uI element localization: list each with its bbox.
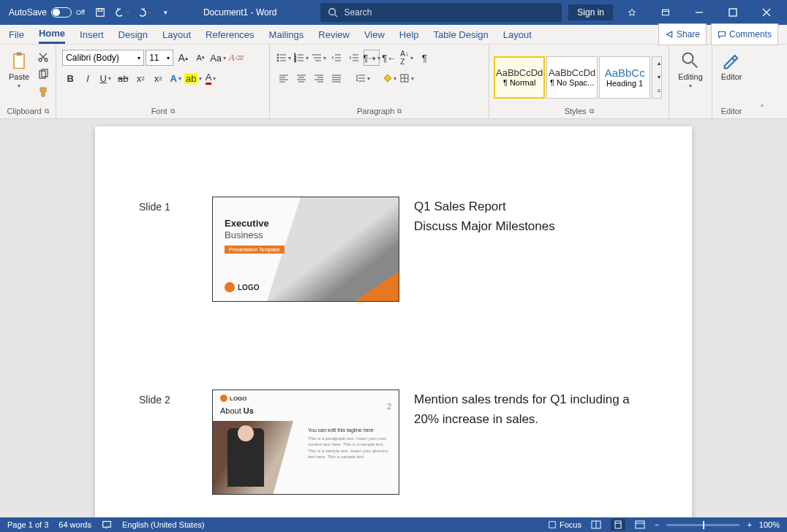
subscript-button[interactable]: x2 [132, 70, 148, 86]
styles-launcher[interactable]: ⧉ [590, 107, 594, 115]
menu-mailings[interactable]: Mailings [269, 26, 304, 43]
focus-button[interactable]: Focus [548, 520, 581, 529]
zoom-out-button[interactable]: − [655, 520, 659, 529]
menu-layout[interactable]: Layout [162, 26, 191, 43]
editor-button[interactable]: Editor [717, 48, 747, 84]
slide-notes-2[interactable]: Mention sales trends for Q1 including a … [414, 390, 648, 429]
search-placeholder: Search [344, 7, 372, 18]
slide-thumbnail-2[interactable]: LOGO 2 About Us You can edit this taglin… [212, 390, 399, 495]
menu-review[interactable]: Review [318, 26, 350, 43]
zoom-in-button[interactable]: + [747, 520, 751, 529]
clipboard-launcher[interactable]: ⧉ [45, 107, 49, 115]
save-icon[interactable] [92, 4, 108, 20]
toggle-switch[interactable] [51, 7, 72, 18]
redo-button[interactable] [136, 4, 152, 20]
menu-help[interactable]: Help [399, 26, 419, 43]
signin-button[interactable]: Sign in [568, 4, 613, 20]
slide-thumbnail-1[interactable]: Executive Business Presentation Template… [212, 197, 399, 302]
ltr-button[interactable]: ¶➝ [364, 50, 380, 66]
underline-button[interactable]: U [97, 70, 113, 86]
zoom-slider[interactable] [666, 524, 739, 526]
minimize-button[interactable] [685, 0, 714, 25]
coming-soon-icon[interactable] [617, 0, 647, 25]
menu-design[interactable]: Design [118, 26, 148, 43]
editing-button[interactable]: Editing▾ [674, 48, 707, 92]
bold-button[interactable]: B [62, 70, 78, 86]
language[interactable]: English (United States) [122, 520, 205, 529]
spacing-icon [355, 73, 366, 83]
copy-button[interactable] [35, 66, 51, 83]
text-effects-button[interactable]: A [167, 70, 184, 86]
share-button[interactable]: Share [658, 23, 707, 45]
styles-more[interactable]: ≡ [652, 84, 666, 98]
font-launcher[interactable]: ⧉ [170, 107, 175, 115]
shrink-font-button[interactable]: A▾ [192, 50, 208, 66]
autosave-toggle[interactable]: AutoSave Off [9, 7, 85, 18]
change-case-button[interactable]: Aa [210, 50, 226, 66]
group-paragraph: 123 ¶➝ ¶← A↓Z ¶ Paragraph⧉ [270, 45, 489, 118]
shading-button[interactable] [381, 70, 397, 86]
clear-format-button[interactable]: A⌫ [227, 50, 244, 66]
font-name-combo[interactable]: Calibri (Body)▾ [62, 50, 144, 66]
menu-home[interactable]: Home [39, 25, 65, 44]
grow-font-button[interactable]: A▴ [175, 50, 191, 66]
menu-file[interactable]: File [9, 26, 24, 43]
menu-table-design[interactable]: Table Design [434, 26, 489, 43]
style-normal[interactable]: AaBbCcDd¶ Normal [494, 56, 545, 99]
menu-insert[interactable]: Insert [80, 26, 104, 43]
align-right-button[interactable] [311, 70, 327, 86]
comments-button[interactable]: Comments [711, 23, 778, 45]
font-size-combo[interactable]: 11▾ [146, 50, 173, 66]
line-spacing-button[interactable] [355, 70, 371, 86]
web-layout-button[interactable] [633, 519, 647, 531]
search-box[interactable]: Search [320, 3, 562, 22]
highlight-button[interactable]: ab [185, 70, 201, 86]
menu-references[interactable]: References [206, 26, 254, 43]
ribbon: Paste ▾ Clipboard⧉ Calibri (Body)▾ 11▾ A… [0, 45, 787, 119]
cut-button[interactable] [35, 49, 51, 65]
document-area[interactable]: Slide 1 Executive Business Presentation … [0, 119, 787, 517]
qat-dropdown[interactable]: ▾ [158, 4, 174, 20]
decrease-indent-button[interactable] [328, 50, 344, 66]
align-left-icon [279, 73, 289, 83]
style-nospacing[interactable]: AaBbCcDd¶ No Spac... [546, 56, 598, 99]
word-count[interactable]: 64 words [59, 520, 91, 529]
superscript-button[interactable]: x2 [150, 70, 166, 86]
page-indicator[interactable]: Page 1 of 3 [7, 520, 48, 529]
spellcheck-icon[interactable] [102, 519, 112, 531]
paragraph-launcher[interactable]: ⧉ [397, 107, 402, 115]
align-center-button[interactable] [293, 70, 309, 86]
close-button[interactable] [752, 0, 781, 25]
borders-button[interactable] [399, 70, 415, 86]
rtl-button[interactable]: ¶← [381, 50, 397, 66]
show-marks-button[interactable]: ¶ [416, 50, 432, 66]
bullets-button[interactable] [276, 50, 292, 66]
zoom-level[interactable]: 100% [759, 520, 780, 529]
styles-down[interactable]: ▾ [652, 70, 666, 84]
styles-up[interactable]: ▴ [652, 57, 666, 71]
menu-view[interactable]: View [364, 26, 385, 43]
paste-button[interactable]: Paste ▾ [4, 48, 34, 92]
font-color-button[interactable]: A [203, 70, 219, 86]
multilevel-button[interactable] [311, 50, 327, 66]
group-clipboard: Paste ▾ Clipboard⧉ [0, 45, 56, 118]
read-mode-button[interactable] [589, 519, 603, 531]
strike-button[interactable]: ab [115, 70, 131, 86]
align-left-button[interactable] [276, 70, 292, 86]
slide-notes-1[interactable]: Q1 Sales Report Discuss Major Milestones [414, 197, 648, 236]
style-heading1[interactable]: AaBbCcHeading 1 [599, 56, 650, 99]
undo-button[interactable] [114, 4, 130, 20]
sort-button[interactable]: A↓Z [399, 50, 415, 66]
format-painter-button[interactable] [35, 84, 51, 100]
ribbon-mode-icon[interactable] [651, 0, 680, 25]
increase-indent-button[interactable] [346, 50, 362, 66]
justify-button[interactable] [328, 70, 344, 86]
justify-icon [331, 73, 342, 83]
maximize-button[interactable] [718, 0, 748, 25]
numbering-button[interactable]: 123 [293, 50, 309, 66]
svg-point-14 [277, 60, 279, 61]
collapse-ribbon-button[interactable]: ˄ [760, 104, 764, 114]
italic-button[interactable]: I [80, 70, 96, 86]
menu-table-layout[interactable]: Layout [503, 26, 532, 43]
print-layout-button[interactable] [611, 519, 625, 531]
